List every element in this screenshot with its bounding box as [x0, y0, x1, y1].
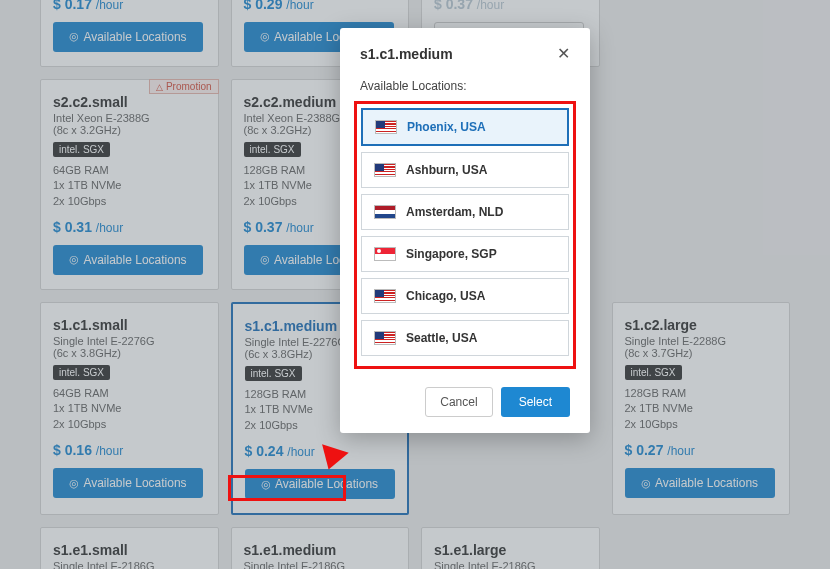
location-label: Seattle, USA: [406, 331, 477, 345]
flag-icon: [374, 247, 396, 261]
location-label: Singapore, SGP: [406, 247, 497, 261]
location-label: Amsterdam, NLD: [406, 205, 503, 219]
flag-icon: [374, 205, 396, 219]
location-item[interactable]: Amsterdam, NLD: [361, 194, 569, 230]
flag-icon: [374, 163, 396, 177]
location-list: Phoenix, USAAshburn, USAAmsterdam, NLDSi…: [361, 108, 569, 356]
flag-icon: [375, 120, 397, 134]
select-button[interactable]: Select: [501, 387, 570, 417]
cancel-button[interactable]: Cancel: [425, 387, 492, 417]
location-label: Chicago, USA: [406, 289, 485, 303]
modal-subtitle: Available Locations:: [360, 79, 570, 93]
close-icon[interactable]: ✕: [557, 44, 570, 63]
location-label: Phoenix, USA: [407, 120, 486, 134]
location-item[interactable]: Phoenix, USA: [361, 108, 569, 146]
modal-title: s1.c1.medium: [360, 46, 453, 62]
annotation-box: [228, 475, 346, 501]
location-item[interactable]: Ashburn, USA: [361, 152, 569, 188]
location-modal: s1.c1.medium ✕ Available Locations: Phoe…: [340, 28, 590, 433]
location-item[interactable]: Chicago, USA: [361, 278, 569, 314]
flag-icon: [374, 331, 396, 345]
location-item[interactable]: Seattle, USA: [361, 320, 569, 356]
flag-icon: [374, 289, 396, 303]
location-label: Ashburn, USA: [406, 163, 487, 177]
location-list-highlight: Phoenix, USAAshburn, USAAmsterdam, NLDSi…: [354, 101, 576, 369]
location-item[interactable]: Singapore, SGP: [361, 236, 569, 272]
